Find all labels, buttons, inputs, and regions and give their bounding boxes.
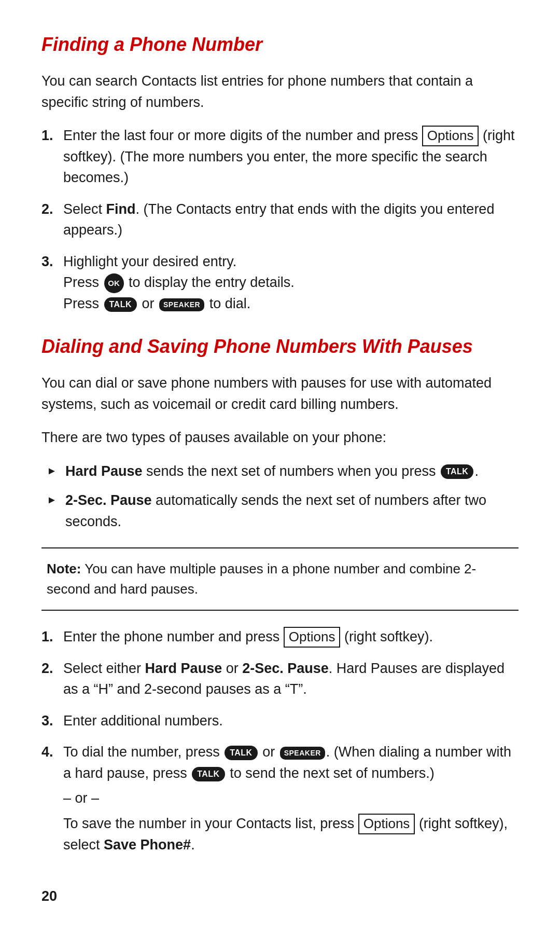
section-dialing: Dialing and Saving Phone Numbers With Pa… — [41, 333, 519, 855]
page-number: 20 — [41, 886, 519, 906]
step-1: 1. Enter the last four or more digits of… — [41, 125, 519, 188]
options-button-1: Options — [422, 126, 479, 146]
s2-step-1-num: 1. — [41, 626, 63, 648]
or-divider: – or – — [63, 788, 519, 809]
s2-step-1-before: Enter the phone number and press — [63, 629, 284, 644]
section2-bullets: ► Hard Pause sends the next set of numbe… — [41, 461, 519, 532]
s2-step-2: 2. Select either Hard Pause or 2-Sec. Pa… — [41, 658, 519, 700]
s2-hard-pause: Hard Pause — [145, 661, 222, 676]
step-2-bold: Find — [106, 201, 136, 217]
speaker-icon-2: SPEAKER — [280, 747, 325, 760]
step-3-line3-before: Press — [63, 296, 103, 311]
bullet-2-content: 2-Sec. Pause automatically sends the nex… — [65, 490, 519, 532]
bullet-1-text-before: sends the next set of numbers when you p… — [143, 463, 440, 479]
step-2: 2. Select Find. (The Contacts entry that… — [41, 199, 519, 241]
s2-step-3-content: Enter additional numbers. — [63, 710, 519, 732]
step-1-content: Enter the last four or more digits of th… — [63, 125, 519, 188]
step-3-line2-before: Press — [63, 274, 103, 290]
section-finding: Finding a Phone Number You can search Co… — [41, 31, 519, 314]
section2-title: Dialing and Saving Phone Numbers With Pa… — [41, 333, 519, 360]
note-label: Note: — [47, 561, 81, 576]
s2-step-2-num: 2. — [41, 658, 63, 700]
step-3-line2-after: to display the entry details. — [125, 274, 295, 290]
s2-step-4-save-after: . — [191, 837, 195, 853]
2sec-pause-label: 2-Sec. Pause — [65, 492, 152, 508]
s2-step-4-content: To dial the number, press TALK or SPEAKE… — [63, 741, 519, 855]
note-box: Note: You can have multiple pauses in a … — [41, 547, 519, 611]
section2-intro1: You can dial or save phone numbers with … — [41, 373, 519, 415]
options-button-3: Options — [358, 814, 415, 834]
s2-2sec-pause: 2-Sec. Pause — [242, 661, 329, 676]
talk-icon-4: TALK — [192, 767, 225, 781]
step-3-or: or — [138, 296, 158, 311]
step-3-line3-after: to dial. — [205, 296, 250, 311]
s2-step-2-before: Select either — [63, 661, 145, 676]
speaker-icon-1: SPEAKER — [159, 298, 204, 311]
s2-step-4: 4. To dial the number, press TALK or SPE… — [41, 741, 519, 855]
s2-step-3-num: 3. — [41, 710, 63, 732]
section2-intro2: There are two types of pauses available … — [41, 427, 519, 448]
save-phone-label: Save Phone# — [104, 837, 191, 853]
section1-title: Finding a Phone Number — [41, 31, 519, 58]
s2-step-3-text: Enter additional numbers. — [63, 713, 223, 729]
bullet-1-text-after: . — [474, 463, 479, 479]
menu-icon: OK — [104, 273, 124, 293]
s2-step-4-save-before: To save the number in your Contacts list… — [63, 816, 358, 831]
s2-step-4-num: 4. — [41, 741, 63, 855]
hard-pause-label: Hard Pause — [65, 463, 143, 479]
bullet-2sec-pause: ► 2-Sec. Pause automatically sends the n… — [41, 490, 519, 532]
step-1-text-before: Enter the last four or more digits of th… — [63, 128, 422, 143]
talk-icon-3: TALK — [225, 746, 257, 760]
talk-icon-1: TALK — [104, 297, 137, 312]
bullet-arrow-2: ► — [47, 492, 65, 532]
bullet-arrow-1: ► — [47, 463, 65, 482]
s2-step-4-mid1: or — [259, 744, 279, 760]
section2-steps: 1. Enter the phone number and press Opti… — [41, 626, 519, 855]
step-2-content: Select Find. (The Contacts entry that en… — [63, 199, 519, 241]
step-3: 3. Highlight your desired entry. Press O… — [41, 251, 519, 314]
step-2-num: 2. — [41, 199, 63, 241]
s2-step-1-after: (right softkey). — [340, 629, 433, 644]
step-3-num: 3. — [41, 251, 63, 314]
step-2-text-before: Select — [63, 201, 106, 217]
s2-step-2-content: Select either Hard Pause or 2-Sec. Pause… — [63, 658, 519, 700]
bullet-1-content: Hard Pause sends the next set of numbers… — [65, 461, 479, 482]
options-button-2: Options — [284, 627, 341, 648]
talk-icon-2: TALK — [441, 464, 473, 479]
bullet-hard-pause: ► Hard Pause sends the next set of numbe… — [41, 461, 519, 482]
section1-intro: You can search Contacts list entries for… — [41, 71, 519, 113]
s2-step-4-before: To dial the number, press — [63, 744, 223, 760]
section1-steps: 1. Enter the last four or more digits of… — [41, 125, 519, 314]
s2-step-1: 1. Enter the phone number and press Opti… — [41, 626, 519, 648]
s2-step-3: 3. Enter additional numbers. — [41, 710, 519, 732]
step-3-content: Highlight your desired entry. Press OK t… — [63, 251, 519, 314]
s2-step-1-content: Enter the phone number and press Options… — [63, 626, 519, 648]
s2-step-4-mid3: to send the next set of numbers.) — [226, 765, 435, 781]
s2-step-2-mid: or — [222, 661, 242, 676]
step-3-line1: Highlight your desired entry. — [63, 254, 236, 269]
step-1-num: 1. — [41, 125, 63, 188]
note-text: You can have multiple pauses in a phone … — [47, 561, 476, 597]
